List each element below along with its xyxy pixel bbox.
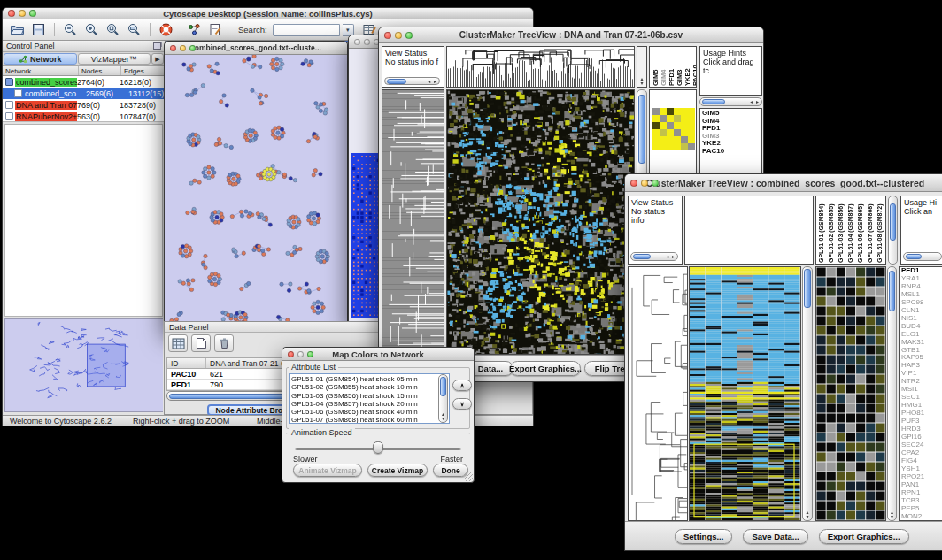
- close-button[interactable]: [384, 32, 391, 39]
- similarity-matrix[interactable]: [652, 108, 695, 150]
- network-list-row[interactable]: combined_sco 2569(6) 13112(15): [3, 88, 165, 99]
- usage-hints-hscrollbar[interactable]: ◂ ▸: [699, 97, 762, 106]
- create-attribute-button[interactable]: [191, 334, 211, 352]
- scroll-thumb[interactable]: [702, 99, 725, 104]
- row-dendrogram[interactable]: [382, 89, 444, 355]
- column-label[interactable]: YKE2: [683, 47, 691, 86]
- column-network[interactable]: Network: [3, 66, 79, 75]
- birdseye-canvas[interactable]: [5, 319, 163, 411]
- column-dendrogram[interactable]: [446, 46, 635, 88]
- zoom-button[interactable]: [307, 351, 313, 357]
- array-label[interactable]: GPL51-06 (GSM865): [857, 197, 867, 263]
- network-overview-button[interactable]: [185, 20, 204, 39]
- gene-label[interactable]: PAC10: [702, 148, 761, 156]
- usage-hints-hscrollbar[interactable]: [903, 252, 942, 261]
- column-nodes[interactable]: Nodes: [79, 66, 121, 75]
- global-heatmap[interactable]: [689, 266, 801, 521]
- array-label[interactable]: GPL51-01 (GSM854): [818, 197, 828, 263]
- network-list-row[interactable]: RNAPuberNov2+ 563(0) 107847(0): [3, 111, 165, 122]
- help-button[interactable]: [157, 20, 175, 39]
- attribute-list-item[interactable]: GPL51-04 (GSM857) heat shock 20 min: [291, 400, 449, 408]
- view-status-hscrollbar[interactable]: ◂ ▸: [630, 252, 678, 261]
- zoom-heatmap[interactable]: [815, 266, 886, 521]
- zoom-vscrollbar[interactable]: ▴▾: [887, 266, 897, 521]
- attribute-list-item[interactable]: GPL51-03 (GSM856) heat shock 15 min: [291, 392, 449, 400]
- minimize-button[interactable]: [641, 180, 648, 187]
- array-label[interactable]: GPL51-08 (GSM872): [876, 197, 886, 263]
- treeview1-titlebar[interactable]: ClusterMaker TreeView : DNA and Tran 07-…: [379, 27, 763, 43]
- search-input[interactable]: [273, 24, 340, 36]
- treeview-action-button[interactable]: Settings...: [675, 529, 732, 544]
- scroll-thumb[interactable]: [890, 203, 896, 241]
- minimize-button[interactable]: [19, 10, 26, 17]
- tab-overflow-arrow[interactable]: ▶: [151, 53, 164, 65]
- scroll-thumb[interactable]: [889, 271, 895, 311]
- network-list-row[interactable]: combined_scores 2764(0) 16218(0): [3, 76, 165, 88]
- network-list-row[interactable]: DNA and Tran 07 769(0) 183728(0): [3, 99, 165, 111]
- column-label[interactable]: GIM4: [660, 47, 668, 86]
- scroll-down-icon[interactable]: ▾: [637, 81, 646, 86]
- scroll-arrows-icon[interactable]: ◂ ▸: [428, 79, 437, 84]
- zoom-in-button[interactable]: [82, 20, 101, 39]
- zoom-out-button[interactable]: [61, 20, 80, 39]
- save-session-button[interactable]: [29, 20, 48, 39]
- animate-vizmap-button[interactable]: Animate Vizmap: [293, 464, 362, 477]
- speed-slider-thumb[interactable]: [373, 441, 383, 454]
- scroll-thumb[interactable]: [440, 377, 446, 396]
- scroll-thumb[interactable]: [387, 79, 406, 84]
- column-edges[interactable]: Edges: [121, 66, 165, 75]
- close-button[interactable]: [170, 45, 176, 51]
- scroll-down-icon[interactable]: ▾: [888, 515, 896, 519]
- zoom-button[interactable]: [652, 180, 659, 187]
- scroll-down-icon[interactable]: ▾: [803, 515, 812, 519]
- array-label[interactable]: GPL51-03 (GSM856): [838, 197, 847, 263]
- global-vscrollbar[interactable]: ▴▾: [802, 266, 813, 521]
- gene-name[interactable]: MON2: [901, 513, 942, 521]
- network-canvas[interactable]: [165, 55, 347, 329]
- attribute-list-item[interactable]: GPL51-02 (GSM855) heat shock 10 min: [291, 383, 449, 391]
- close-button[interactable]: [354, 39, 360, 45]
- treeview-action-button[interactable]: Save Data...: [743, 529, 807, 544]
- treeview-action-button[interactable]: Export Graphics...: [819, 529, 909, 544]
- scroll-thumb[interactable]: [906, 254, 922, 259]
- open-session-button[interactable]: [8, 20, 27, 39]
- done-button[interactable]: Done: [433, 464, 468, 477]
- float-window-icon[interactable]: [153, 42, 161, 50]
- move-up-button[interactable]: ∧: [452, 380, 472, 391]
- tab-vizmapper[interactable]: VizMapper™: [78, 53, 151, 65]
- scroll-arrows-icon[interactable]: ◂ ▸: [666, 254, 676, 259]
- birdseye-view[interactable]: [4, 318, 163, 412]
- labels-vscrollbar[interactable]: [888, 196, 898, 265]
- annotation-button[interactable]: [206, 20, 225, 39]
- array-label[interactable]: GPL51-02 (GSM855): [828, 197, 838, 263]
- close-button[interactable]: [630, 180, 637, 187]
- create-vizmap-button[interactable]: Create Vizmap: [367, 464, 428, 477]
- select-attributes-button[interactable]: [168, 334, 188, 352]
- attribute-list-item[interactable]: GPL51-07 (GSM868) heat shock 60 min: [291, 416, 449, 424]
- scroll-down-icon[interactable]: ▾: [439, 417, 447, 421]
- network-window-titlebar[interactable]: combined_scores_good.txt--cluste...: [165, 42, 347, 55]
- column-id[interactable]: ID: [167, 358, 206, 368]
- delete-attribute-button[interactable]: [214, 334, 234, 352]
- zoom-fit-button[interactable]: [125, 20, 143, 39]
- column-label[interactable]: PAC10: [691, 47, 697, 86]
- minimize-button[interactable]: [180, 45, 186, 51]
- heatmap-canvas[interactable]: [446, 89, 635, 355]
- minimize-button[interactable]: [364, 39, 370, 45]
- column-label[interactable]: PFD1: [668, 47, 676, 86]
- attribute-list-item[interactable]: GPL51-01 (GSM854) heat shock 05 min: [291, 375, 449, 383]
- close-button[interactable]: [8, 10, 15, 17]
- array-label[interactable]: GPL51-07 (GSM868): [867, 197, 876, 263]
- tab-network[interactable]: Network: [4, 53, 77, 65]
- attribute-list-vscrollbar[interactable]: ▴▾: [438, 374, 448, 423]
- scroll-thumb[interactable]: [638, 95, 645, 164]
- scroll-arrows-icon[interactable]: ◂ ▸: [750, 99, 760, 104]
- move-down-button[interactable]: ∨: [452, 398, 472, 410]
- treeview2-titlebar[interactable]: ClusterMaker TreeView : combined_scores_…: [625, 174, 942, 192]
- export-graphics-button[interactable]: Export Graphics...: [510, 361, 581, 376]
- attribute-list-item[interactable]: GPL51-06 (GSM865) heat shock 40 min: [291, 408, 449, 416]
- column-label[interactable]: GIM5: [652, 47, 660, 86]
- close-button[interactable]: [288, 351, 294, 357]
- zoom-button[interactable]: [29, 10, 36, 17]
- main-titlebar[interactable]: Cytoscape Desktop (Session Name: collins…: [3, 8, 533, 19]
